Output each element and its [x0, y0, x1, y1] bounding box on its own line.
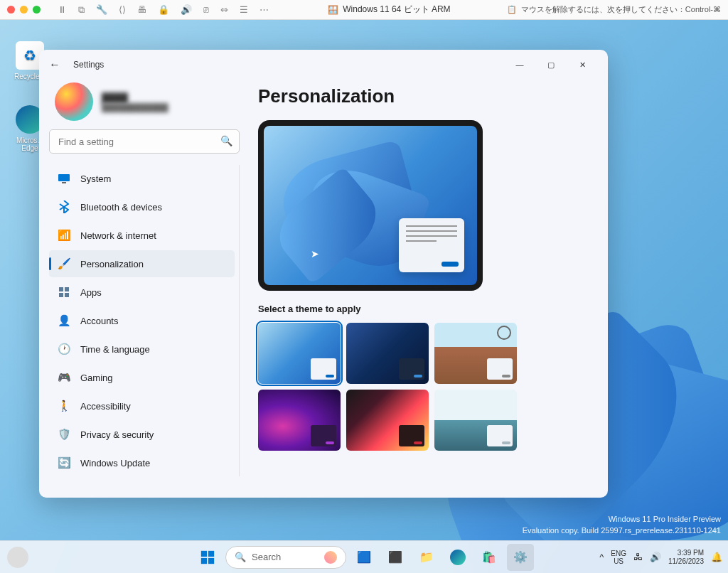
nav-icon: 🚶: [58, 400, 70, 412]
taskbar: 🔍 Search 🟦 ⬛ 📁 🛍️ ⚙️ ^ ENG US 🖧 🔊 3:39 P…: [0, 540, 728, 573]
back-button[interactable]: ←: [49, 58, 60, 71]
nav-icon: 👤: [58, 314, 70, 327]
pause-icon[interactable]: ⏸: [55, 4, 70, 15]
list-icon[interactable]: ☰: [237, 4, 251, 15]
sound-icon[interactable]: 🔊: [178, 4, 195, 15]
traffic-lights: [7, 6, 41, 14]
copilot-button[interactable]: 🟦: [350, 544, 378, 571]
sidebar-item-accessibility[interactable]: 🚶Accessibility: [49, 392, 235, 419]
nav-icon: [58, 286, 70, 299]
theme-light[interactable]: [258, 323, 341, 384]
svg-rect-4: [59, 293, 63, 297]
desktop[interactable]: ♻ Recycle... Micros... Edge ← Settings —…: [0, 20, 728, 573]
usb-icon[interactable]: ⇔: [218, 4, 231, 15]
nav-icon: 🛡️: [58, 428, 70, 441]
vm-hint: 📋 マウスを解除するには、次を押してください：Control-⌘: [507, 4, 721, 15]
nav-label: Privacy & security: [80, 429, 154, 440]
minimize-button[interactable]: —: [504, 54, 535, 75]
sidebar-item-accounts[interactable]: 👤Accounts: [49, 307, 235, 334]
nav-icon: [58, 200, 70, 213]
clock[interactable]: 3:39 PM 11/26/2023: [668, 549, 704, 566]
theme-glow[interactable]: [258, 390, 341, 451]
svg-rect-7: [208, 550, 214, 556]
sidebar-item-apps[interactable]: Apps: [49, 279, 235, 306]
settings-titlebar: ← Settings — ▢ ✕: [39, 50, 608, 80]
explorer-button[interactable]: 📁: [413, 544, 440, 571]
sidebar-item-privacy-security[interactable]: 🛡️Privacy & security: [49, 421, 235, 448]
svg-rect-2: [59, 287, 63, 291]
nav-icon: 🔄: [58, 456, 70, 469]
search-icon[interactable]: 🔍: [220, 135, 232, 146]
sidebar-item-bluetooth-devices[interactable]: Bluetooth & devices: [49, 193, 235, 220]
theme-section-label: Select a theme to apply: [258, 304, 588, 314]
search-label: Search: [252, 552, 281, 562]
nav-label: Accessibility: [80, 401, 131, 412]
sidebar-item-system[interactable]: System: [49, 165, 235, 192]
theme-captured-motion[interactable]: [434, 390, 517, 451]
close-button[interactable]: ✕: [567, 54, 598, 75]
widgets-button[interactable]: [7, 547, 28, 568]
settings-window: ← Settings — ▢ ✕ ████ ████████████: [39, 50, 608, 498]
nav-icon: 📶: [58, 229, 70, 242]
lang-secondary: US: [611, 557, 626, 565]
svg-rect-9: [208, 557, 214, 563]
settings-taskbar-button[interactable]: ⚙️: [507, 544, 534, 571]
nav-icon: 🖌️: [58, 257, 70, 270]
search-input[interactable]: [49, 129, 240, 154]
close-traffic-light[interactable]: [7, 6, 15, 14]
taskbar-center: 🔍 Search 🟦 ⬛ 📁 🛍️ ⚙️: [194, 544, 534, 571]
sidebar-item-gaming[interactable]: 🎮Gaming: [49, 364, 235, 391]
watermark: Windows 11 Pro Insider Preview Evaluatio…: [523, 514, 721, 536]
start-button[interactable]: [194, 544, 221, 571]
theme-dark[interactable]: [346, 323, 429, 384]
printer-icon[interactable]: 🖶: [134, 4, 149, 15]
sidebar-item-time-language[interactable]: 🕐Time & language: [49, 336, 235, 363]
volume-icon[interactable]: 🔊: [650, 552, 661, 562]
language-indicator[interactable]: ENG US: [611, 550, 626, 565]
taskbar-search[interactable]: 🔍 Search: [225, 546, 346, 569]
date-text: 11/26/2023: [668, 557, 704, 566]
code-icon[interactable]: ⟨⟩: [116, 4, 129, 15]
lock-icon[interactable]: 🔒: [155, 4, 172, 15]
fullscreen-traffic-light[interactable]: [33, 6, 41, 14]
svg-rect-1: [62, 182, 66, 183]
theme-sunrise[interactable]: [434, 323, 517, 384]
nav-label: Time & language: [80, 344, 150, 355]
profile-section[interactable]: ████ ████████████: [49, 80, 240, 129]
edge-taskbar-button[interactable]: [444, 544, 471, 571]
page-title: Personalization: [258, 85, 588, 107]
network-icon[interactable]: 🖧: [633, 552, 643, 562]
svg-rect-0: [58, 174, 70, 181]
sidebar-item-network-internet[interactable]: 📶Network & internet: [49, 222, 235, 249]
nav-label: Network & internet: [80, 230, 156, 241]
search-box: 🔍: [49, 129, 240, 154]
notifications-icon[interactable]: 🔔: [711, 552, 722, 562]
vm-toolbar: ⏸ ⧉ 🔧 ⟨⟩ 🖶 🔒 🔊 ⎚ ⇔ ☰ ⋯ 🪟 Windows 11 64 ビ…: [0, 0, 728, 20]
profile-email: ████████████: [102, 103, 168, 112]
theme-grid: [258, 323, 588, 451]
system-tray: ^ ENG US 🖧 🔊 3:39 PM 11/26/2023 🔔: [599, 549, 722, 566]
watermark-line2: Evaluation copy. Build 25997.rs_prerelea…: [523, 525, 721, 536]
sidebar-item-personalization[interactable]: 🖌️Personalization: [49, 250, 235, 277]
snapshot-icon[interactable]: ⧉: [75, 4, 87, 16]
settings-sidebar: ████ ████████████ 🔍 SystemBluetooth & de…: [39, 80, 250, 498]
nav-icon: 🕐: [58, 343, 70, 355]
minimize-traffic-light[interactable]: [20, 6, 28, 14]
wrench-icon[interactable]: 🔧: [93, 4, 110, 15]
tray-chevron-icon[interactable]: ^: [599, 552, 604, 562]
nav-label: Windows Update: [80, 458, 150, 468]
sidebar-item-windows-update[interactable]: 🔄Windows Update: [49, 449, 235, 476]
camera-icon[interactable]: ⎚: [200, 4, 212, 15]
nav-label: Personalization: [80, 259, 144, 269]
nav-label: Bluetooth & devices: [80, 202, 162, 213]
task-view-button[interactable]: ⬛: [382, 544, 409, 571]
vm-hint-text: マウスを解除するには、次を押してください：Control-⌘: [521, 4, 721, 15]
maximize-button[interactable]: ▢: [535, 54, 567, 75]
store-button[interactable]: 🛍️: [476, 544, 503, 571]
clipboard-icon: 📋: [507, 5, 517, 14]
watermark-line1: Windows 11 Pro Insider Preview: [523, 514, 721, 525]
nav-label: Gaming: [80, 373, 113, 383]
time-text: 3:39 PM: [668, 549, 704, 557]
dots-icon[interactable]: ⋯: [257, 4, 272, 15]
theme-flow[interactable]: [346, 390, 429, 451]
